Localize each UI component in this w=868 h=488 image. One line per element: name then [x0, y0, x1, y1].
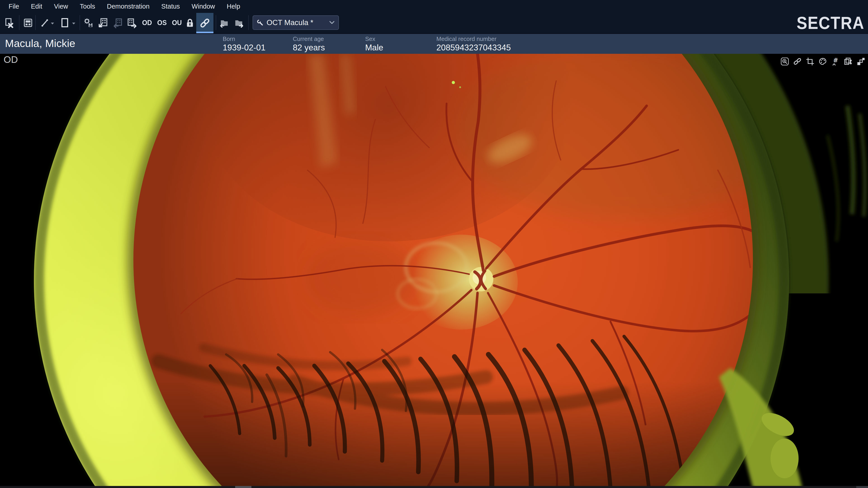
close-examination-button[interactable] — [3, 16, 16, 30]
crop-icon[interactable] — [806, 57, 815, 66]
menu-bar: File Edit View Tools Demonstration Statu… — [0, 0, 868, 13]
zoom-rectangle-dropdown[interactable] — [71, 22, 76, 25]
measure-tool-dropdown[interactable] — [50, 22, 55, 25]
window-arrow-left-icon — [112, 18, 123, 28]
close-examination-icon — [4, 18, 14, 28]
change-layout-icon — [23, 18, 33, 28]
menu-tools[interactable]: Tools — [78, 3, 97, 10]
field-label: Sex — [365, 35, 383, 42]
toolbar-separator — [19, 15, 20, 30]
caret-down-icon — [72, 22, 76, 25]
field-value: 2085943237043345 — [436, 43, 511, 53]
patient-field-age: Current age 82 years — [293, 35, 325, 53]
laterality-label: OD — [4, 54, 18, 65]
field-value: 82 years — [293, 43, 325, 53]
measure-tool-button[interactable] — [39, 16, 51, 30]
horizontal-scrollbar[interactable] — [0, 486, 868, 488]
save-settings-icon — [83, 18, 94, 28]
left-eye-os-button[interactable]: OS — [156, 16, 168, 30]
field-label: Current age — [293, 35, 325, 42]
lock-icon — [185, 18, 195, 28]
toolbar-separator — [216, 15, 216, 30]
toolbar: OD OS OU — [0, 13, 868, 33]
tile-layout-icon[interactable] — [856, 57, 865, 66]
window-arrow-in-icon — [97, 18, 108, 28]
chevron-down-icon — [329, 21, 335, 25]
field-label: Medical record number — [436, 35, 511, 42]
step-back-button[interactable] — [111, 16, 124, 30]
folder-arrow-right-icon — [233, 18, 244, 28]
toolbar-separator — [80, 15, 80, 30]
field-value: 1939-02-01 — [223, 43, 266, 53]
folder-arrow-left-icon — [219, 18, 230, 28]
menu-status[interactable]: Status — [159, 3, 182, 10]
menu-window[interactable]: Window — [190, 3, 217, 10]
rectangle-tool-icon — [59, 18, 70, 28]
resize-grip — [856, 486, 868, 488]
save-presentation-button[interactable] — [82, 16, 94, 30]
right-eye-od-button[interactable]: OD — [141, 16, 153, 30]
field-value: Male — [365, 43, 383, 53]
zoom-frame-icon[interactable] — [780, 57, 789, 66]
window-arrow-right-icon — [127, 18, 137, 28]
od-button-label: OD — [142, 19, 152, 27]
os-button-label: OS — [157, 19, 167, 27]
protocol-dropdown-value: OCT Macula * — [267, 18, 313, 27]
import-prior-button[interactable] — [96, 16, 109, 30]
previous-exam-button[interactable] — [218, 16, 230, 30]
link-icon[interactable] — [793, 57, 802, 66]
lock-button[interactable] — [184, 16, 196, 30]
hanging-protocol-dropdown[interactable]: OCT Macula * — [253, 15, 339, 30]
svg-text:#: # — [833, 57, 838, 64]
patient-field-sex: Sex Male — [365, 35, 383, 53]
stack-scroll-icon[interactable] — [844, 57, 852, 66]
link-icon — [199, 17, 211, 29]
caret-down-icon — [51, 22, 55, 25]
menu-demonstration[interactable]: Demonstration — [105, 3, 152, 10]
next-exam-button[interactable] — [232, 16, 245, 30]
zoom-rectangle-button[interactable] — [58, 16, 71, 30]
ou-button-label: OU — [172, 19, 182, 27]
protocol-wrench-icon — [257, 19, 264, 26]
patient-info-bar: Macula, Mickie Born 1939-02-01 Current a… — [0, 33, 868, 54]
patient-name: Macula, Mickie — [5, 37, 75, 50]
toolbar-separator — [35, 15, 36, 30]
viewport-toolbar: # — [780, 57, 865, 66]
fundus-viewport[interactable]: OD # — [0, 54, 868, 488]
change-layout-button[interactable] — [22, 16, 34, 30]
menu-help[interactable]: Help — [225, 3, 242, 10]
palette-icon[interactable] — [818, 57, 827, 66]
step-forward-button[interactable] — [126, 16, 138, 30]
sectra-logo: SECTRA — [797, 13, 864, 33]
menu-view[interactable]: View — [52, 3, 70, 10]
both-eyes-ou-button[interactable]: OU — [170, 16, 183, 30]
toolbar-separator — [248, 15, 249, 30]
image-number-icon[interactable]: # — [831, 57, 840, 66]
link-stacks-button-active[interactable] — [196, 13, 213, 33]
patient-field-born: Born 1939-02-01 — [223, 35, 266, 53]
scrollbar-thumb[interactable] — [235, 486, 251, 488]
menu-file[interactable]: File — [7, 3, 21, 10]
patient-field-mrn: Medical record number 2085943237043345 — [436, 35, 511, 53]
field-label: Born — [223, 35, 266, 42]
fundus-photograph[interactable] — [0, 54, 868, 488]
measure-tool-icon — [39, 18, 51, 28]
menu-edit[interactable]: Edit — [29, 3, 44, 10]
